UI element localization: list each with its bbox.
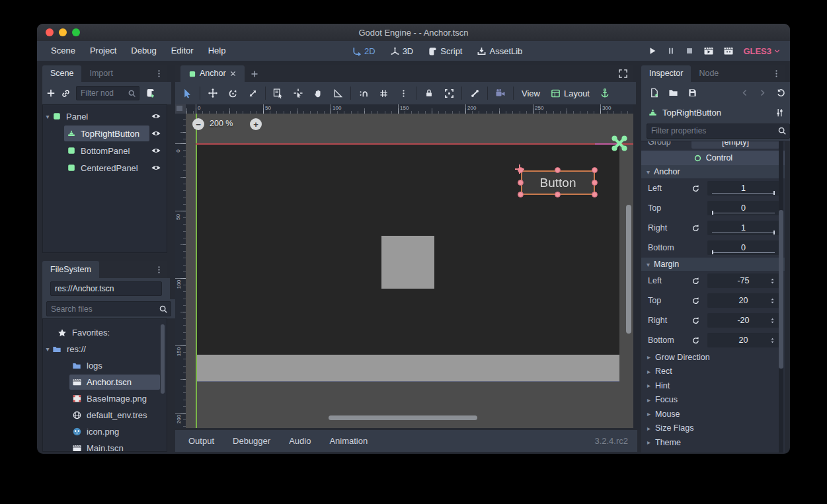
- extra-options-button[interactable]: [775, 106, 785, 118]
- section-rect[interactable]: ▸Rect: [641, 365, 785, 379]
- section-anchor[interactable]: ▾Anchor: [641, 165, 785, 178]
- collapse-arrow-icon[interactable]: ▾: [43, 345, 52, 353]
- file-row-icon-png[interactable]: icon.png: [43, 423, 167, 440]
- file-row-main-tscn[interactable]: Main.tscn: [43, 440, 167, 452]
- workspace-script-button[interactable]: Script: [422, 46, 467, 56]
- load-resource-button[interactable]: [668, 88, 678, 98]
- file-row-anchor-tscn[interactable]: Anchor.tscn: [43, 374, 167, 390]
- stepper-icon[interactable]: [769, 297, 776, 305]
- revert-button[interactable]: [691, 316, 707, 325]
- group-object-button[interactable]: [440, 85, 458, 102]
- output-button[interactable]: Output: [179, 436, 223, 446]
- zoom-level[interactable]: 200 %: [210, 119, 233, 128]
- move-tool-button[interactable]: [204, 85, 222, 102]
- renderer-dropdown[interactable]: GLES3: [743, 46, 781, 56]
- resize-handle-top-right[interactable]: [592, 167, 598, 173]
- workspace-assetlib-button[interactable]: AssetLib: [471, 46, 528, 56]
- section-size-flags[interactable]: ▸Size Flags: [641, 421, 785, 436]
- section-hint[interactable]: ▸Hint: [641, 378, 785, 393]
- revert-button[interactable]: [691, 224, 707, 233]
- pan-tool-button[interactable]: [309, 85, 327, 102]
- horizontal-scrollbar[interactable]: [329, 415, 477, 420]
- inspector-menu-button[interactable]: [768, 65, 785, 82]
- margin-left-value[interactable]: -75: [707, 273, 779, 288]
- pause-button[interactable]: [666, 46, 676, 55]
- audio-button[interactable]: Audio: [280, 436, 320, 446]
- section-theme[interactable]: ▸Theme: [641, 435, 785, 450]
- save-resource-button[interactable]: [688, 88, 697, 98]
- close-icon[interactable]: [229, 70, 237, 77]
- tab-anchor-scene[interactable]: Anchor: [180, 65, 245, 82]
- filesystem-menu-button[interactable]: [151, 262, 167, 278]
- history-back-button[interactable]: [740, 89, 749, 97]
- position-select-button[interactable]: [289, 85, 307, 102]
- workspace-2d-button[interactable]: 2D: [346, 46, 381, 56]
- bottom-panel-node[interactable]: [196, 355, 619, 381]
- filter-nodes-input[interactable]: [76, 86, 139, 100]
- new-scene-tab-button[interactable]: [245, 65, 264, 82]
- add-node-button[interactable]: [46, 89, 56, 98]
- stepper-icon[interactable]: [769, 337, 776, 344]
- scale-tool-button[interactable]: [243, 85, 262, 102]
- skeleton-options-button[interactable]: [465, 85, 484, 102]
- visibility-eye-icon[interactable]: [151, 162, 161, 174]
- centered-panel-node[interactable]: [381, 236, 434, 289]
- category-control[interactable]: Control: [641, 151, 785, 165]
- visibility-eye-icon[interactable]: [151, 145, 161, 157]
- section-margin[interactable]: ▾Margin: [641, 258, 785, 271]
- resize-handle-bottom-left[interactable]: [518, 192, 524, 198]
- lock-object-button[interactable]: [420, 85, 438, 102]
- filter-properties-input[interactable]: [647, 124, 790, 139]
- new-resource-button[interactable]: [649, 88, 659, 98]
- revert-button[interactable]: [691, 336, 707, 345]
- zoom-in-button[interactable]: +: [250, 118, 262, 130]
- property-row-group[interactable]: Group [empty]: [641, 141, 785, 151]
- attach-script-button[interactable]: [145, 88, 155, 98]
- file-row-res-root[interactable]: ▾ res://: [43, 341, 167, 357]
- anchor-gizmo-icon[interactable]: [611, 135, 628, 152]
- select-tool-button[interactable]: [178, 85, 196, 102]
- section-mouse[interactable]: ▸Mouse: [641, 407, 785, 421]
- minimize-window-button[interactable]: [59, 28, 67, 36]
- visibility-eye-icon[interactable]: [151, 128, 161, 139]
- stepper-icon[interactable]: [769, 317, 776, 324]
- file-row-default-env[interactable]: default_env.tres: [43, 407, 167, 423]
- anchor-mode-button[interactable]: [596, 85, 614, 102]
- visibility-eye-icon[interactable]: [151, 111, 161, 122]
- menu-debug[interactable]: Debug: [124, 41, 163, 61]
- filesystem-scrollbar[interactable]: [161, 324, 165, 394]
- animation-button[interactable]: Animation: [320, 436, 377, 446]
- file-row-logs[interactable]: logs: [43, 357, 167, 374]
- workspace-3d-button[interactable]: 3D: [385, 46, 419, 56]
- tree-row-panel[interactable]: ▾ Panel: [43, 108, 167, 125]
- current-path-field[interactable]: [50, 281, 162, 296]
- resize-handle-bottom[interactable]: [555, 192, 561, 198]
- stepper-icon[interactable]: [769, 277, 776, 285]
- list-select-button[interactable]: [269, 85, 288, 102]
- anchor-right-value[interactable]: 1: [707, 221, 779, 235]
- canvas-workspace[interactable]: − 200 % + Button: [186, 114, 633, 428]
- tab-import[interactable]: Import: [81, 65, 120, 82]
- revert-button[interactable]: [691, 297, 707, 305]
- pivot-marker[interactable]: [515, 164, 524, 174]
- resize-handle-left[interactable]: [518, 180, 524, 186]
- resize-handle-top[interactable]: [555, 167, 561, 173]
- menu-help[interactable]: Help: [201, 41, 233, 61]
- anchor-bottom-value[interactable]: 0: [707, 240, 779, 255]
- menu-project[interactable]: Project: [83, 41, 124, 61]
- 2d-viewport[interactable]: 0 50 100 150 200 250 300 0 50 100 150 20…: [175, 104, 633, 428]
- anchor-left-value[interactable]: 1: [707, 181, 779, 196]
- distraction-free-button[interactable]: [614, 65, 633, 82]
- play-scene-button[interactable]: [703, 46, 714, 56]
- anchor-top-value[interactable]: 0: [707, 201, 779, 215]
- search-files-input[interactable]: [46, 301, 171, 316]
- view-menu-button[interactable]: View: [517, 89, 545, 98]
- section-grow-direction[interactable]: ▸Grow Direction: [641, 350, 785, 365]
- margin-right-value[interactable]: -20: [707, 313, 779, 328]
- play-button[interactable]: [648, 46, 657, 55]
- margin-bottom-value[interactable]: 20: [707, 333, 779, 347]
- snap-options-button[interactable]: [394, 85, 413, 102]
- tree-row-bottompanel[interactable]: BottomPanel: [43, 142, 167, 159]
- tab-scene[interactable]: Scene: [42, 65, 81, 82]
- instance-scene-button[interactable]: [61, 89, 71, 98]
